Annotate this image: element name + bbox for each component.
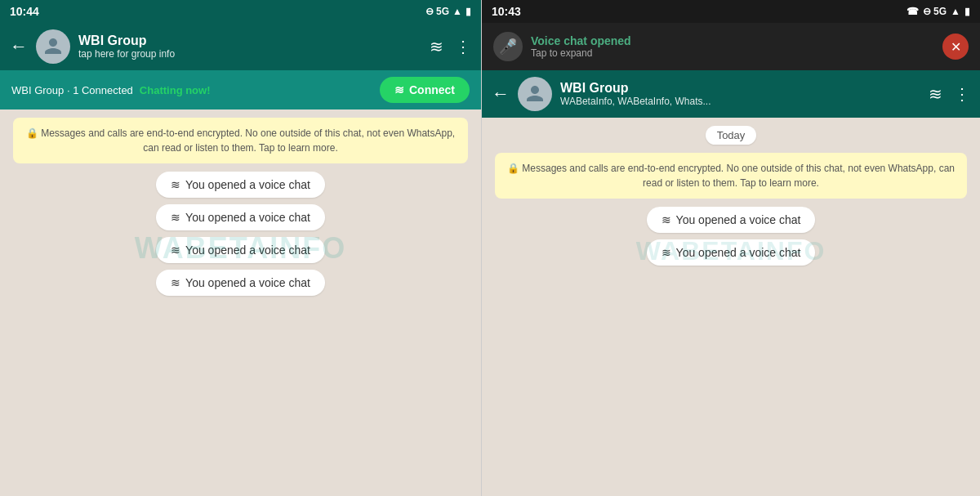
header-icons-left: ≋ ⋮ — [430, 37, 471, 56]
audio-waves-icon-right[interactable]: ≋ — [929, 84, 942, 104]
header-info-right: WBI Group WABetaInfo, WABetaInfo, Whats.… — [560, 81, 920, 107]
header-icons-right: ≋ ⋮ — [929, 84, 970, 104]
today-badge: Today — [706, 126, 757, 145]
signal-icon-right: ▲ — [951, 6, 960, 17]
pill-text-1: You opened a voice chat — [185, 178, 310, 191]
group-name-left: WBI Group — [78, 34, 421, 48]
pill-audio-icon-3: ≋ — [171, 244, 180, 257]
connect-button-label: Connect — [409, 83, 455, 96]
audio-waves-icon-left[interactable]: ≋ — [430, 37, 443, 56]
status-bar-right: 10:43 ☎ ⊖ 5G ▲ ▮ — [482, 0, 980, 23]
notification-text: Voice chat opened Tap to expand — [531, 34, 934, 59]
voice-chat-pill-right-2[interactable]: ≋ You opened a voice chat — [647, 239, 816, 266]
menu-icon-right[interactable]: ⋮ — [954, 84, 970, 104]
connect-button[interactable]: ≋ Connect — [380, 77, 470, 103]
signal-icon-left: ▲ — [452, 6, 462, 17]
avatar-right — [518, 77, 552, 111]
pill-text-3: You opened a voice chat — [185, 244, 310, 257]
avatar-left — [36, 29, 70, 64]
pill-audio-icon-r2: ≋ — [662, 246, 671, 259]
pill-text-r2: You opened a voice chat — [676, 246, 801, 259]
back-button-left[interactable]: ← — [10, 36, 28, 57]
group-name-right: WBI Group — [560, 81, 920, 96]
chat-body-right: Today 🔒 Messages and calls are end-to-en… — [482, 118, 980, 496]
network-status-left: ⊖ 5G — [425, 6, 449, 17]
pill-audio-icon-4: ≋ — [171, 276, 180, 289]
group-sub-right: WABetaInfo, WABetaInfo, Whats... — [560, 96, 920, 107]
pill-audio-icon-1: ≋ — [171, 178, 180, 191]
status-icons-right: ☎ ⊖ 5G ▲ ▮ — [906, 6, 970, 17]
voice-notification-bar[interactable]: 🎤 Voice chat opened Tap to expand ✕ — [482, 23, 980, 70]
pill-audio-icon-r1: ≋ — [662, 213, 671, 226]
chat-header-left[interactable]: ← WBI Group tap here for group info ≋ ⋮ — [0, 23, 481, 70]
phone-icon-right: ☎ — [906, 6, 919, 17]
voice-chat-pill-3[interactable]: ≋ You opened a voice chat — [156, 237, 325, 263]
pill-text-r1: You opened a voice chat — [676, 213, 801, 226]
back-button-right[interactable]: ← — [492, 83, 510, 105]
voice-chat-pill-4[interactable]: ≋ You opened a voice chat — [156, 270, 325, 296]
close-notification-button[interactable]: ✕ — [942, 34, 969, 60]
pill-text-4: You opened a voice chat — [185, 276, 310, 289]
battery-icon-left: ▮ — [466, 6, 471, 17]
pill-text-2: You opened a voice chat — [185, 211, 310, 224]
network-status-right: ⊖ 5G — [923, 6, 947, 17]
header-info-left: WBI Group tap here for group info — [78, 34, 421, 60]
chatting-now-label: Chatting now! — [140, 84, 211, 96]
notification-subtitle: Tap to expand — [531, 47, 934, 59]
phone-left: 10:44 ⊖ 5G ▲ ▮ ← WBI Group tap here for … — [0, 0, 482, 496]
encryption-notice-right: 🔒 Messages and calls are end-to-end encr… — [495, 153, 967, 199]
banner-info: WBI Group · 1 Connected Chatting now! — [11, 84, 211, 96]
pill-audio-icon-2: ≋ — [171, 211, 180, 224]
voice-chat-pill-1[interactable]: ≋ You opened a voice chat — [156, 172, 325, 198]
voice-chat-pill-2[interactable]: ≋ You opened a voice chat — [156, 204, 325, 230]
status-icons-left: ⊖ 5G ▲ ▮ — [425, 6, 471, 17]
mic-button[interactable]: 🎤 — [493, 32, 523, 61]
close-icon: ✕ — [951, 39, 961, 55]
connect-audio-icon: ≋ — [394, 83, 404, 96]
connected-text: WBI Group · 1 Connected — [11, 84, 133, 96]
voice-chat-pill-right-1[interactable]: ≋ You opened a voice chat — [647, 207, 816, 233]
group-sub-left: tap here for group info — [78, 48, 421, 60]
encryption-notice-left: 🔒 Messages and calls are end-to-end encr… — [13, 118, 468, 163]
time-left: 10:44 — [10, 5, 39, 18]
phone-right: 10:43 ☎ ⊖ 5G ▲ ▮ 🎤 Voice chat opened Tap… — [482, 0, 980, 496]
menu-icon-left[interactable]: ⋮ — [455, 37, 471, 56]
battery-icon-right: ▮ — [964, 6, 970, 17]
time-right: 10:43 — [492, 5, 521, 18]
status-bar-left: 10:44 ⊖ 5G ▲ ▮ — [0, 0, 481, 23]
chat-header-right[interactable]: ← WBI Group WABetaInfo, WABetaInfo, What… — [482, 70, 980, 118]
mic-icon: 🎤 — [499, 38, 517, 56]
notification-title: Voice chat opened — [531, 34, 934, 47]
voice-banner: WBI Group · 1 Connected Chatting now! ≋ … — [0, 70, 481, 109]
chat-body-left: 🔒 Messages and calls are end-to-end encr… — [0, 109, 481, 496]
